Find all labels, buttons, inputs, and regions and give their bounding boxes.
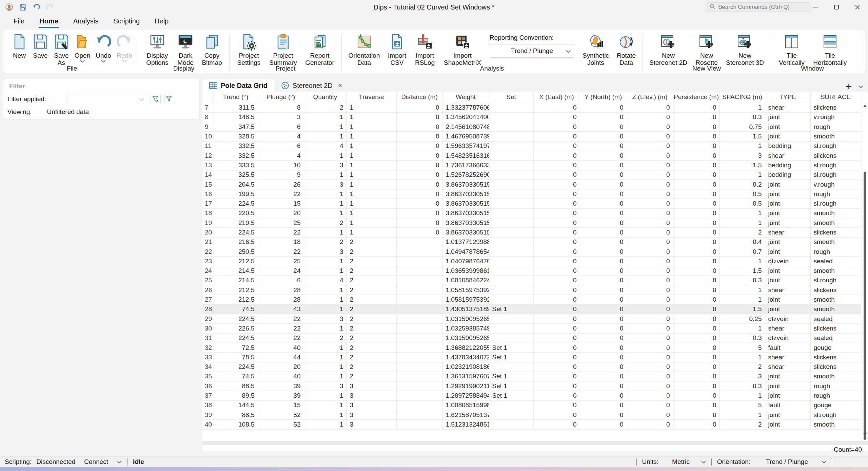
menu-file[interactable]: File	[6, 15, 32, 29]
grid-cell[interactable]: 0	[396, 141, 442, 151]
grid-cell[interactable]: 1	[304, 199, 347, 208]
grid-cell[interactable]: 22	[258, 247, 304, 256]
grid-cell[interactable]: 0	[533, 285, 580, 295]
grid-cell[interactable]: 1	[347, 208, 396, 218]
grid-cell[interactable]: 2	[347, 304, 396, 314]
grid-cell[interactable]: 1.5	[719, 266, 765, 276]
grid-cell[interactable]: 0	[580, 304, 627, 314]
grid-cell[interactable]: 0	[580, 324, 627, 333]
grid-cell[interactable]: 0	[396, 112, 442, 122]
grid-cell[interactable]: 0	[533, 362, 580, 372]
grid-cell[interactable]: 0	[673, 372, 719, 381]
grid-cell[interactable]: shear	[765, 285, 810, 295]
grid-cell[interactable]: slickens	[810, 324, 861, 333]
col-header-set[interactable]: Set	[489, 92, 533, 103]
grid-cell[interactable]: 1	[304, 122, 347, 132]
grid-cell[interactable]: 2	[304, 218, 347, 228]
tab-list-chevron-icon[interactable]	[859, 85, 863, 88]
grid-cell[interactable]	[396, 247, 442, 256]
grid-cell[interactable]: 0	[533, 372, 580, 381]
grid-cell[interactable]: 1.292919902113...	[442, 381, 489, 391]
grid-cell[interactable]	[489, 141, 533, 151]
grid-cell[interactable]: 1	[347, 180, 396, 189]
grid-cell[interactable]: 224.5	[214, 314, 258, 324]
grid-cell[interactable]	[396, 420, 442, 429]
grid-cell[interactable]: 1	[304, 324, 347, 333]
grid-cell[interactable]: smooth	[810, 372, 861, 381]
grid-cell[interactable]: 2	[719, 228, 765, 237]
grid-cell[interactable]: 74.5	[214, 372, 258, 381]
grid-cell[interactable]: 212.5	[214, 257, 258, 266]
row-number[interactable]: 31	[202, 333, 214, 343]
grid-cell[interactable]: gouge	[810, 343, 861, 352]
grid-cell[interactable]: qtzvein	[765, 314, 810, 324]
grid-cell[interactable]: 0	[627, 228, 673, 237]
grid-cell[interactable]: 3	[258, 112, 304, 122]
grid-cell[interactable]: 3	[347, 410, 396, 420]
grid-cell[interactable]: 0	[673, 304, 719, 314]
grid-cell[interactable]: 0	[580, 141, 627, 151]
grid-cell[interactable]: 1	[304, 353, 347, 362]
col-header-traverse[interactable]: Traverse	[347, 92, 396, 103]
grid-cell[interactable]: 1.289725884941...	[442, 391, 489, 400]
tab-stereonet-2d[interactable]: Stereonet 2D ×	[274, 79, 349, 92]
grid-cell[interactable]: 0.7	[719, 247, 765, 256]
row-number[interactable]: 25	[202, 276, 214, 285]
row-number[interactable]: 14	[202, 170, 214, 180]
grid-cell[interactable]: 0	[580, 276, 627, 285]
row-number[interactable]: 8	[202, 112, 214, 122]
grid-cell[interactable]: 250.5	[214, 247, 258, 256]
grid-cell[interactable]: 1	[719, 285, 765, 295]
grid-cell[interactable]: 0	[627, 410, 673, 420]
grid-cell[interactable]: 0.25	[719, 314, 765, 324]
grid-cell[interactable]: 0	[627, 112, 673, 122]
grid-cell[interactable]: 0	[580, 237, 627, 247]
grid-cell[interactable]: 43	[258, 304, 304, 314]
grid-cell[interactable]: 0	[580, 122, 627, 132]
grid-cell[interactable]: Set 1	[489, 391, 533, 400]
grid-cell[interactable]: 2	[719, 420, 765, 429]
row-number[interactable]: 11	[202, 141, 214, 151]
grid-cell[interactable]: smooth	[810, 132, 861, 141]
grid-cell[interactable]: 1.736173666331...	[442, 161, 489, 170]
grid-cell[interactable]: 1	[304, 372, 347, 381]
add-view-button[interactable]: +	[846, 81, 852, 92]
grid-cell[interactable]: smooth	[810, 295, 861, 304]
grid-cell[interactable]: 0.2	[719, 180, 765, 189]
grid-cell[interactable]: 2	[347, 353, 396, 362]
grid-cell[interactable]: 0	[673, 247, 719, 256]
grid-cell[interactable]	[396, 372, 442, 381]
grid-cell[interactable]: 1.031590952657...	[442, 333, 489, 343]
grid-cell[interactable]: 1	[347, 161, 396, 170]
grid-cell[interactable]: 1	[719, 324, 765, 333]
grid-cell[interactable]: 0	[533, 410, 580, 420]
grid-cell[interactable]: 1.596335741972...	[442, 141, 489, 151]
grid-cell[interactable]: 0	[580, 199, 627, 208]
grid-cell[interactable]: 3.863703305156...	[442, 199, 489, 208]
grid-cell[interactable]: 1.5	[719, 132, 765, 141]
grid-cell[interactable]: 108.5	[214, 420, 258, 429]
grid-cell[interactable]	[396, 257, 442, 266]
search-commands-box[interactable]	[706, 2, 811, 12]
grid-cell[interactable]: 0	[673, 410, 719, 420]
grid-cell[interactable]: 3.863703305156...	[442, 208, 489, 218]
grid-cell[interactable]: 0	[627, 381, 673, 391]
grid-cell[interactable]: 0	[673, 141, 719, 151]
grid-cell[interactable]: 0	[580, 343, 627, 352]
row-number[interactable]: 23	[202, 257, 214, 266]
grid-cell[interactable]	[489, 122, 533, 132]
grid-cell[interactable]: 0	[673, 112, 719, 122]
grid-cell[interactable]: slickens	[810, 151, 861, 160]
grid-cell[interactable]: joint	[765, 122, 810, 132]
grid-cell[interactable]: slickens	[810, 228, 861, 237]
grid-cell[interactable]	[489, 151, 533, 160]
grid-cell[interactable]: 0	[580, 257, 627, 266]
grid-cell[interactable]: 0	[533, 132, 580, 141]
grid-cell[interactable]: 40	[258, 372, 304, 381]
grid-cell[interactable]: 0	[673, 257, 719, 266]
col-header-plunge[interactable]: Plunge (°)	[258, 92, 304, 103]
grid-cell[interactable]: 1	[719, 353, 765, 362]
grid-cell[interactable]: 325.5	[214, 170, 258, 180]
row-number[interactable]: 22	[202, 247, 214, 256]
grid-cell[interactable]: 3.863703305156...	[442, 218, 489, 228]
